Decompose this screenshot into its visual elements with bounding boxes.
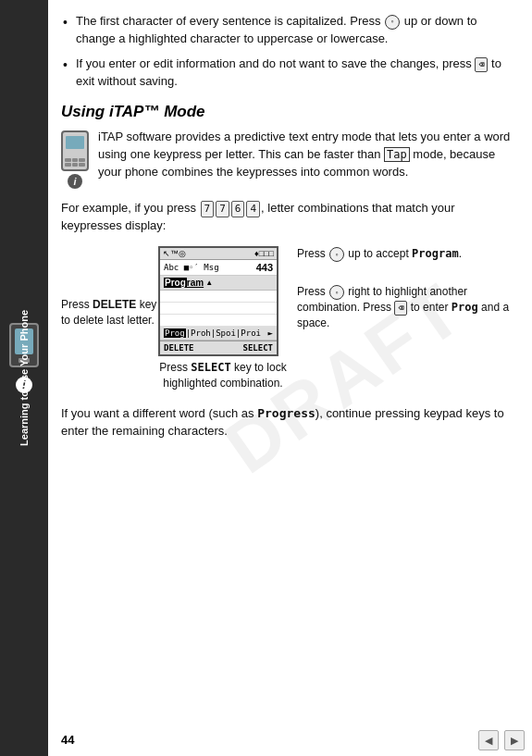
- key-4: 4: [246, 201, 260, 217]
- status-right: ♦□□□: [254, 249, 274, 258]
- prog-text: Program: [164, 278, 204, 288]
- main-content: DRAFT The first character of every sente…: [48, 0, 532, 756]
- bullet-text-1: The first character of every sentence is…: [76, 14, 476, 45]
- phone-lines: [160, 291, 277, 327]
- combo-arrow: ►: [268, 328, 273, 338]
- bottom-annotation: Press SELECT key to lock highlighted com…: [158, 360, 288, 391]
- bottom-nav[interactable]: ◀ ▶: [478, 730, 525, 750]
- key-7-1: 7: [201, 201, 215, 217]
- phone-line-1: [160, 291, 277, 303]
- bullet-item-2: If you enter or edit information and do …: [61, 56, 515, 91]
- phone-status-bar: ↖™◎ ♦□□□: [160, 248, 277, 260]
- bullet-item-1: The first character of every sentence is…: [61, 13, 515, 48]
- example-paragraph: For example, if you press 7764, letter c…: [61, 200, 515, 235]
- phone-combo-line: Prog|Proh|Spoi|Proi ►: [160, 327, 277, 341]
- phone-device-icon: [61, 130, 89, 171]
- info-box: i iTAP software provides a predictive te…: [61, 129, 515, 189]
- content-inner: The first character of every sentence is…: [61, 13, 515, 440]
- phone-mode-row: Abc ■◦′ Msg 443: [160, 260, 277, 276]
- left-annotation: Press DELETE key to delete last letter.: [61, 246, 158, 328]
- status-left: ↖™◎: [163, 249, 186, 258]
- phone-screen: ↖™◎ ♦□□□ Abc ■◦′ Msg 443 Program ▲: [158, 246, 278, 356]
- bullet-list: The first character of every sentence is…: [61, 13, 515, 90]
- nav-circle-up: ◦: [329, 247, 344, 262]
- nav-circle-right: ◦: [329, 285, 344, 300]
- tap-mode-label: Tap: [384, 147, 410, 162]
- soft-key-delete: DELETE: [164, 343, 194, 353]
- nav-circle-updown-1: ◦: [385, 15, 400, 30]
- sidebar: i Learning to Use Your Phone: [0, 0, 48, 756]
- phone-line-3: [160, 315, 277, 327]
- progress-word: Progress: [257, 406, 315, 420]
- prog-label: Prog: [452, 301, 478, 314]
- right-annotation-bottom: Press ◦ right to highlight another combi…: [297, 284, 515, 331]
- key-6: 6: [231, 201, 245, 217]
- right-annotations: Press ◦ up to accept Program. Press ◦ ri…: [288, 246, 515, 330]
- bullet-text-2: If you enter or edit information and do …: [76, 56, 501, 88]
- next-page-button[interactable]: ▶: [504, 730, 525, 750]
- diagram-area: Press DELETE key to delete last letter. …: [61, 246, 515, 391]
- delete-key-label: DELETE: [93, 298, 136, 311]
- phone-line-2: [160, 303, 277, 315]
- itap-description: iTAP software provides a predictive text…: [98, 129, 515, 181]
- phone-screen-container: ↖™◎ ♦□□□ Abc ■◦′ Msg 443 Program ▲: [158, 246, 288, 391]
- page-number: 44: [61, 733, 74, 747]
- sidebar-label: Learning to Use Your Phone: [18, 310, 31, 446]
- enter-button-inline: ⌫: [394, 301, 407, 316]
- back-button-inline: ⌫: [475, 57, 488, 73]
- prev-page-button[interactable]: ◀: [478, 730, 499, 750]
- section-heading-text: Using iTAP™ Mode: [61, 103, 205, 120]
- phone-prog-line: Program ▲: [160, 276, 277, 291]
- soft-key-select: SELECT: [242, 343, 273, 353]
- left-annotation-text: Press DELETE key to delete last letter.: [61, 298, 156, 327]
- triangle-up: ▲: [205, 279, 213, 287]
- right-annotation-top: Press ◦ up to accept Program.: [297, 246, 515, 262]
- key-7-2: 7: [216, 201, 229, 217]
- info-badge-icon: i: [68, 174, 82, 189]
- bottom-annotation-text: Press SELECT key to lock highlighted com…: [159, 361, 286, 390]
- phone-mode-text: Abc ■◦′ Msg: [164, 263, 219, 272]
- combo-text: Prog|Proh|Spoi|Proi: [164, 328, 261, 338]
- phone-counter: 443: [256, 262, 273, 273]
- section-heading: Using iTAP™ Mode: [61, 103, 515, 121]
- phone-soft-keys: DELETE SELECT: [160, 341, 277, 354]
- page-container: i Learning to Use Your Phone DRAFT The f…: [0, 0, 532, 756]
- closing-paragraph: If you want a different word (such as Pr…: [61, 404, 515, 440]
- program-bold: Program: [412, 247, 459, 260]
